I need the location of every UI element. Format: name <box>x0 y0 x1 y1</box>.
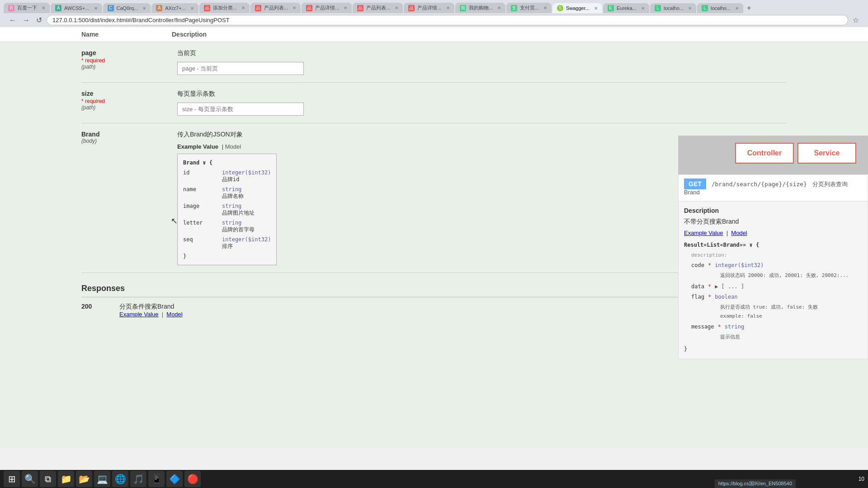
api-endpoint-panel: GET /brand/search/{page}/{size} 分页列表查询Br… <box>678 174 868 202</box>
service-button[interactable]: Service <box>797 143 856 164</box>
brand-field-name-seq: seq <box>183 236 215 250</box>
desc-expand-data[interactable]: ▶ [ ... ] <box>715 282 744 291</box>
param-desc-col-page: 当前页 <box>172 42 787 83</box>
tab-label-baidu: 百度一下 <box>17 5 37 11</box>
tab-product-detail2[interactable]: 品 产品详情... ✕ <box>404 3 454 13</box>
tab-close-pd1[interactable]: ✕ <box>344 5 347 10</box>
response-desc-text-200: 分页条件搜索Brand <box>119 303 183 311</box>
tab-favicon-eureka: E <box>608 5 614 11</box>
tab-label-pl1: 产品列表... <box>264 5 288 11</box>
brand-type-letter: string <box>222 220 255 226</box>
desc-field-name-data: data <box>691 282 704 291</box>
brand-field-name-image: image <box>183 203 215 217</box>
back-button[interactable]: ← <box>7 15 18 25</box>
new-tab-button[interactable]: + <box>744 3 754 13</box>
tab-addcat[interactable]: 品 添加分类... ✕ <box>199 3 250 13</box>
responses-title: Responses <box>81 284 125 293</box>
brand-model-header: Brand ∨ { <box>183 160 271 166</box>
tab-close-pay[interactable]: ✕ <box>543 5 547 10</box>
tab-pay[interactable]: 支 支付页... ✕ <box>506 3 552 13</box>
example-value-link[interactable]: Example Value <box>177 143 218 150</box>
address-input[interactable] <box>47 15 848 25</box>
param-label-brand: Brand (body) <box>81 123 172 273</box>
tab-baidu[interactable]: B 百度一下 ✕ <box>4 3 50 13</box>
tab-close-pl1[interactable]: ✕ <box>292 5 296 10</box>
tab-close-caq[interactable]: ✕ <box>142 6 146 11</box>
tab-awcss[interactable]: A AWCSS+... ✕ <box>51 3 102 13</box>
bookmark-button[interactable]: ☆ <box>851 15 861 25</box>
tab-local2[interactable]: L localho... ✕ <box>697 3 743 13</box>
response-desc-200: 分页条件搜索Brand Example Value | Model <box>119 303 183 318</box>
tab-close-awcss[interactable]: ✕ <box>94 6 98 11</box>
response-code-200: 200 <box>81 303 108 318</box>
desc-field-name-message: message <box>691 323 714 331</box>
tab-local1[interactable]: L localho... ✕ <box>650 3 696 13</box>
brand-field-image: image string 品牌图片地址 <box>183 203 271 217</box>
brand-model-arrow[interactable]: ∨ <box>203 160 209 166</box>
tab-favicon-awcss: A <box>55 5 61 11</box>
tab-favicon-addcat: 品 <box>204 5 210 11</box>
tab-label-local1: localho... <box>664 5 684 11</box>
tab-swagger[interactable]: S Swagger... ✕ <box>552 3 602 13</box>
desc-example-value-link[interactable]: Example Value <box>684 230 723 236</box>
tab-favicon-local1: L <box>655 5 661 11</box>
tab-cart[interactable]: 我 我的购物... ✕ <box>455 3 505 13</box>
refresh-button[interactable]: ↺ <box>34 15 44 25</box>
desc-desc-flag: 执行是否成功 true: 成功, false: 失败 <box>720 303 862 311</box>
tab-close-local2[interactable]: ✕ <box>735 6 739 11</box>
tab-close-eureka[interactable]: ✕ <box>641 6 645 11</box>
tab-close-addcat[interactable]: ✕ <box>241 5 245 10</box>
desc-example-flag: example: false <box>720 312 862 320</box>
tab-close-axrz[interactable]: ✕ <box>190 6 194 11</box>
column-headers: Name Description <box>0 27 868 42</box>
brand-field-seq: seq integer($int32) 排序 <box>183 236 271 250</box>
col-name-header: Name <box>81 31 172 38</box>
brand-type-image: string <box>222 203 255 209</box>
param-type-page: (path) <box>81 64 172 70</box>
desc-field-desc-label: description: <box>691 251 862 259</box>
desc-field-name-code: code <box>691 261 704 270</box>
tab-close-local1[interactable]: ✕ <box>688 6 692 11</box>
tab-label-caq: CaQ0rq... <box>117 5 138 11</box>
param-input-page[interactable] <box>177 62 304 75</box>
desc-model-close: } <box>684 345 862 353</box>
tab-label-pl2: 产品列表... <box>366 5 390 11</box>
controller-button[interactable]: Controller <box>735 143 794 164</box>
brand-type-id: integer($int32) <box>222 169 271 176</box>
tab-product-list1[interactable]: 品 产品列表... ✕ <box>250 3 301 13</box>
desc-model-header: Result«List«Brand»» ∨ { <box>684 241 862 249</box>
brand-model-open: { <box>209 160 212 166</box>
brand-model-title: Brand <box>183 160 199 166</box>
tab-favicon-swagger: S <box>557 5 563 11</box>
tab-close-cart[interactable]: ✕ <box>497 5 501 10</box>
param-label-size: size * required (path) <box>81 83 172 123</box>
tab-eureka[interactable]: E Eureka... ✕ <box>603 3 649 13</box>
desc-model-arrow[interactable]: ∨ <box>750 242 756 248</box>
brand-desc-name: 品牌名称 <box>222 192 244 200</box>
tab-product-list2[interactable]: 品 产品列表... ✕ <box>353 3 403 13</box>
param-input-size[interactable] <box>177 103 304 116</box>
brand-desc-seq: 排序 <box>222 243 271 250</box>
tab-favicon-axrz: A <box>156 5 162 11</box>
tab-close-pd2[interactable]: ✕ <box>446 5 450 10</box>
tab-favicon-cart: 我 <box>460 5 466 11</box>
param-desc-size: 每页显示条数 <box>177 90 781 98</box>
col-desc-header: Description <box>172 31 207 38</box>
tab-caqorq[interactable]: C CaQ0rq... ✕ <box>103 3 151 13</box>
tab-label-addcat: 添加分类... <box>213 5 237 11</box>
param-name-page: page <box>81 49 172 56</box>
tab-product-detail1[interactable]: 品 产品详情... ✕ <box>302 3 352 13</box>
desc-required-flag: * <box>708 293 711 301</box>
model-link-brand[interactable]: Model <box>225 143 241 150</box>
response-model-link[interactable]: Model <box>166 311 182 318</box>
tab-axrz[interactable]: A AXrz7+... ✕ <box>151 3 198 13</box>
tab-label-pd1: 产品详情... <box>315 5 339 11</box>
tab-close-swagger[interactable]: ✕ <box>594 6 598 11</box>
brand-desc-image: 品牌图片地址 <box>222 209 255 217</box>
forward-button[interactable]: → <box>21 15 32 25</box>
response-example-links: Example Value | Model <box>119 311 183 318</box>
desc-model-link[interactable]: Model <box>731 230 747 236</box>
tab-close-pl2[interactable]: ✕ <box>395 5 398 10</box>
response-example-value-link[interactable]: Example Value <box>119 311 158 318</box>
tab-close-baidu[interactable]: ✕ <box>42 5 45 10</box>
